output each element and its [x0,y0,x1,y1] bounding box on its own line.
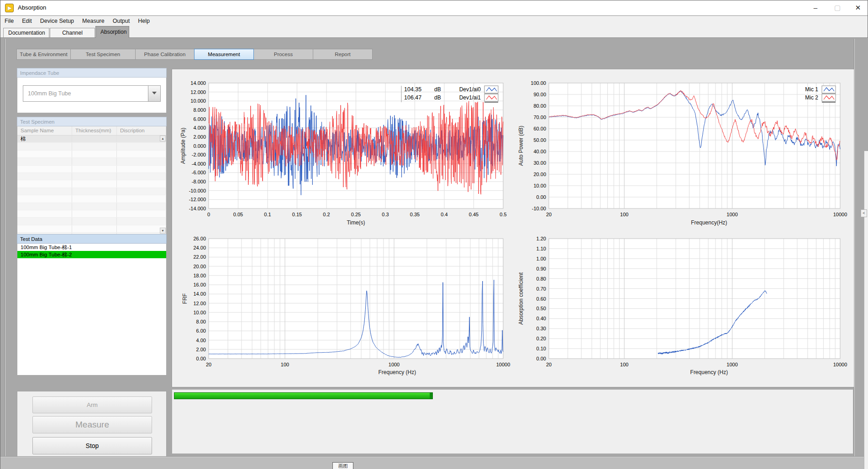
specimen-cell[interactable] [17,225,72,232]
specimen-cell[interactable] [117,195,166,202]
specimen-row[interactable]: 棉 [17,135,166,143]
specimen-row[interactable] [17,218,166,225]
arm-button[interactable]: Arm [32,396,152,413]
col-discription[interactable]: Discription [117,126,166,135]
tab-strip: Documentation Channel Setup Absorption [0,26,868,38]
specimen-cell[interactable] [17,158,72,165]
specimen-cell[interactable] [72,158,117,165]
specimen-cell[interactable] [72,166,117,172]
specimen-row[interactable] [17,225,166,233]
tab-absorption[interactable]: Absorption [95,26,129,38]
specimen-cell[interactable] [117,143,166,150]
specimen-row[interactable] [17,188,166,195]
right-scrollbar[interactable] [864,151,868,469]
specimen-cell[interactable] [17,218,72,224]
specimen-cell[interactable] [72,188,117,195]
menu-help[interactable]: Help [134,18,154,24]
subtab-report[interactable]: Report [313,49,373,60]
close-button[interactable]: ✕ [848,0,868,15]
maximize-button[interactable]: ▢ [827,0,847,15]
legend-plot-icon[interactable] [484,86,498,93]
menu-measure[interactable]: Measure [78,18,109,24]
specimen-cell[interactable] [17,151,72,157]
specimen-cell[interactable] [17,203,72,210]
specimen-cell[interactable] [117,173,166,180]
maximize-icon: ▢ [834,4,841,11]
specimen-cell[interactable] [72,180,117,187]
specimen-cell[interactable] [72,218,117,224]
test-data-item[interactable]: 100mm Big Tube-棉-1 [17,244,166,251]
specimen-cell[interactable] [17,180,72,187]
legend-label[interactable]: Dev1/ai1 [459,94,481,101]
specimen-cell[interactable]: 棉 [17,135,72,142]
specimen-cell[interactable] [117,203,166,210]
svg-text:0.60: 0.60 [537,296,546,302]
specimen-cell[interactable] [72,195,117,202]
specimen-cell[interactable] [17,166,72,172]
legend-label[interactable]: Mic 1 [805,86,818,93]
svg-text:0.00: 0.00 [537,194,546,200]
specimen-cell[interactable] [72,173,117,180]
minimize-button[interactable]: – [805,0,826,15]
tube-select[interactable]: 100mm Big Tube [23,85,161,102]
specimen-row[interactable] [17,195,166,203]
test-data-item[interactable]: 100mm Big Tube-棉-2 [17,251,166,258]
tab-documentation[interactable]: Documentation [3,28,49,37]
specimen-row[interactable] [17,180,166,188]
specimen-cell[interactable] [17,173,72,180]
specimen-cell[interactable] [117,135,166,142]
col-thickness[interactable]: Thickness(mm) [72,126,117,135]
specimen-row[interactable] [17,158,166,165]
specimen-cell[interactable] [72,135,117,142]
menu-device-setup[interactable]: Device Setup [36,18,78,24]
legend-plot-icon[interactable] [484,94,498,101]
specimen-scrollbar[interactable]: ▲ ▼ [160,135,166,234]
subtab-tube-environment[interactable]: Tube & Environment [16,49,71,60]
specimen-cell[interactable] [117,210,166,217]
legend-label[interactable]: Mic 2 [805,94,818,101]
specimen-cell[interactable] [117,225,166,232]
specimen-cell[interactable] [17,188,72,195]
specimen-row[interactable] [17,210,166,218]
specimen-cell[interactable] [117,218,166,224]
specimen-cell[interactable] [17,143,72,150]
legend-plot-icon[interactable] [822,86,836,93]
legend-label[interactable]: Dev1/ai0 [459,86,481,93]
legend-plot-icon[interactable] [822,94,836,101]
specimen-cell[interactable] [72,210,117,217]
subtab-process[interactable]: Process [253,49,313,60]
specimen-row[interactable] [17,203,166,210]
specimen-cell[interactable] [17,210,72,217]
menu-output[interactable]: Output [109,18,134,24]
test-specimen-table[interactable]: Sample Name Thickness(mm) Discription 棉 … [17,126,167,234]
specimen-cell[interactable] [117,158,166,165]
tab-channel-setup[interactable]: Channel Setup [50,28,95,37]
specimen-cell[interactable] [17,195,72,202]
specimen-cell[interactable] [117,166,166,172]
test-data-list[interactable]: 100mm Big Tube-棉-1100mm Big Tube-棉-2 [17,244,167,375]
subtab-measurement[interactable]: Measurement [194,49,254,60]
menu-file[interactable]: File [0,18,18,24]
specimen-cell[interactable] [72,225,117,232]
specimen-row[interactable] [17,166,166,173]
col-sample-name[interactable]: Sample Name [17,126,72,135]
subtab-phase-calibration[interactable]: Phase Calibration [135,49,195,60]
popup-window-tab[interactable]: 画图 [332,462,353,469]
subtab-test-specimen[interactable]: Test Specimen [70,49,136,60]
stop-button[interactable]: Stop [32,437,152,454]
scroll-down-icon[interactable]: ▼ [160,228,166,234]
measure-button[interactable]: Measure [32,416,152,433]
specimen-cell[interactable] [117,188,166,195]
specimen-cell[interactable] [117,151,166,157]
specimen-row[interactable] [17,143,166,150]
specimen-cell[interactable] [72,151,117,157]
specimen-cell[interactable] [117,180,166,187]
specimen-cell[interactable] [72,143,117,150]
specimen-row[interactable] [17,151,166,158]
specimen-row[interactable] [17,173,166,180]
scroll-up-icon[interactable]: ▲ [160,135,166,141]
collapse-left-icon[interactable]: < [861,209,867,217]
tube-select-arrow[interactable] [148,86,160,101]
menu-edit[interactable]: Edit [18,18,36,24]
specimen-cell[interactable] [72,203,117,210]
